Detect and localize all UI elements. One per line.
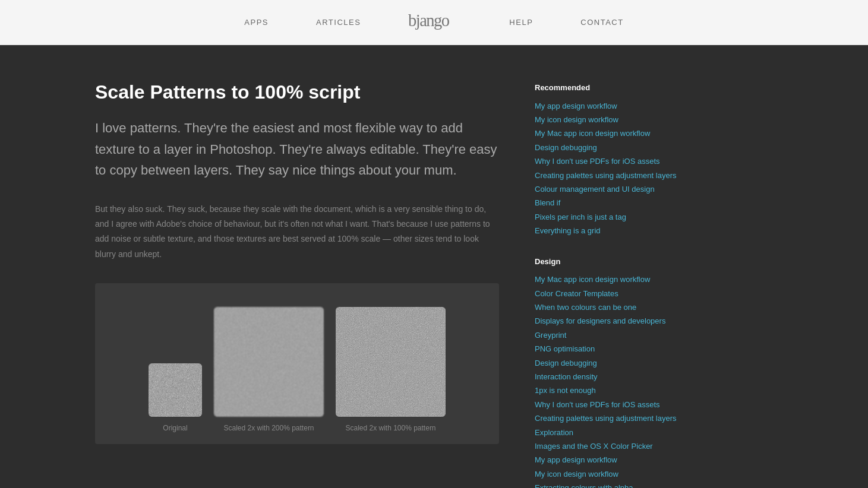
sidebar-section: DesignMy Mac app icon design workflowCol… [535, 255, 689, 488]
nav-contact[interactable]: CONTACT [557, 18, 647, 27]
original-image [149, 363, 202, 417]
sidebar-link[interactable]: Greyprint [535, 328, 689, 342]
sidebar-link[interactable]: Images and the OS X Color Picker [535, 439, 689, 453]
sidebar-link[interactable]: My icon design workflow [535, 467, 689, 481]
scaled-100-image [336, 307, 446, 417]
sidebar-link[interactable]: Color Creator Templates [535, 287, 689, 300]
sidebar-link[interactable]: My app design workflow [535, 99, 689, 113]
sidebar-link[interactable]: Design debugging [535, 141, 689, 154]
sidebar-link[interactable]: Design debugging [535, 356, 689, 370]
sidebar-link[interactable]: Everything is a grid [535, 224, 689, 237]
sidebar-link[interactable]: Displays for designers and developers [535, 314, 689, 328]
article: Scale Patterns to 100% script I love pat… [95, 81, 499, 488]
sidebar-link[interactable]: Interaction density [535, 370, 689, 384]
logo[interactable]: bjango [384, 8, 485, 37]
sidebar-link[interactable]: Pixels per inch is just a tag [535, 210, 689, 224]
sidebar-link[interactable]: My icon design workflow [535, 113, 689, 126]
sidebar-link[interactable]: My app design workflow [535, 453, 689, 467]
image-scaled-100: Scaled 2x with 100% pattern [336, 307, 446, 432]
article-intro: I love patterns. They're the easiest and… [95, 118, 499, 180]
nav-help[interactable]: HELP [485, 18, 557, 27]
article-body: But they also suck. They suck, because t… [95, 202, 499, 262]
sidebar-link[interactable]: Why I don't use PDFs for iOS assets [535, 154, 689, 168]
sidebar: RecommendedMy app design workflowMy icon… [535, 81, 689, 488]
sidebar-link[interactable]: PNG optimisation [535, 342, 689, 356]
header: APPS ARTICLES bjango HELP CONTACT [0, 0, 868, 45]
sidebar-link[interactable]: Creating palettes using adjustment layer… [535, 411, 689, 425]
sidebar-link[interactable]: Why I don't use PDFs for iOS assets [535, 398, 689, 411]
main-content: Scale Patterns to 100% script I love pat… [0, 45, 868, 488]
sidebar-link[interactable]: When two colours can be one [535, 300, 689, 314]
sidebar-link[interactable]: Blend if [535, 196, 689, 210]
image-caption-200: Scaled 2x with 200% pattern [223, 424, 314, 432]
sidebar-link[interactable]: Colour management and UI design [535, 182, 689, 196]
sidebar-link[interactable]: Creating palettes using adjustment layer… [535, 169, 689, 182]
sidebar-link[interactable]: My Mac app icon design workflow [535, 126, 689, 140]
sidebar-section-heading: Design [535, 255, 689, 270]
image-comparison-box: Original Scaled 2x with 200% pattern Sca… [95, 283, 499, 444]
sidebar-link[interactable]: My Mac app icon design workflow [535, 272, 689, 286]
image-scaled-200: Scaled 2x with 200% pattern [214, 307, 324, 432]
image-caption-100: Scaled 2x with 100% pattern [345, 424, 435, 432]
scaled-200-image [214, 307, 324, 417]
image-caption-original: Original [163, 424, 187, 432]
article-title: Scale Patterns to 100% script [95, 81, 499, 103]
nav-articles[interactable]: ARTICLES [292, 18, 384, 27]
svg-text:bjango: bjango [408, 11, 450, 30]
sidebar-link[interactable]: 1px is not enough [535, 384, 689, 397]
sidebar-section-heading: Recommended [535, 81, 689, 96]
sidebar-section: RecommendedMy app design workflowMy icon… [535, 81, 689, 238]
nav-apps[interactable]: APPS [220, 18, 292, 27]
sidebar-link[interactable]: Exploration [535, 426, 689, 439]
sidebar-link[interactable]: Extracting colours with alpha [535, 481, 689, 488]
image-original: Original [149, 363, 202, 432]
